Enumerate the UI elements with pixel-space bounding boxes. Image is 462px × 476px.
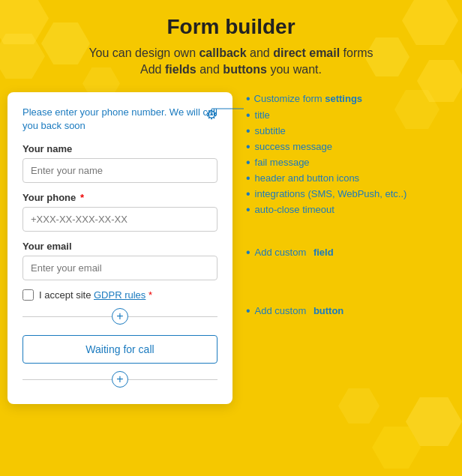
page-subtitle: You can design own callback and direct e… [8, 45, 454, 79]
gdpr-checkbox[interactable] [22, 289, 34, 301]
phone-field-group: Your phone * [22, 192, 218, 232]
page-header: Form builder You can design own callback… [8, 15, 454, 79]
annotations-panel: • Customize form settings title subtitle… [232, 92, 454, 318]
add-field-button[interactable]: + [112, 308, 128, 325]
settings-item-title: title [246, 109, 454, 121]
gdpr-label: I accept site GDPR rules * [39, 289, 152, 301]
settings-item-integrations: integrations (SMS, WebPush, etc..) [246, 188, 454, 200]
email-label: Your email [22, 241, 218, 252]
settings-item-subtitle: subtitle [246, 125, 454, 137]
phone-required-mark: * [80, 192, 84, 203]
submit-button[interactable]: Waiting for call [22, 335, 218, 364]
gdpr-row: I accept site GDPR rules * [22, 289, 218, 301]
phone-input[interactable] [22, 207, 218, 232]
settings-list: title subtitle success message fail mess… [246, 109, 454, 216]
add-button-line-right [128, 379, 218, 380]
add-field-annotation-label: Add custom field [246, 246, 454, 259]
name-input[interactable] [22, 158, 218, 183]
name-field-group: Your name [22, 143, 218, 183]
email-field-group: Your email [22, 241, 218, 280]
add-button-annotation: Add custom button [246, 304, 454, 318]
add-button-row[interactable]: + [22, 371, 218, 388]
settings-item-fail: fail message [246, 157, 454, 169]
settings-annotation: • Customize form settings title subtitle… [246, 92, 454, 216]
add-button-line-left [22, 379, 112, 380]
form-subtitle: Please enter your phone number. We will … [22, 106, 218, 133]
form-card: Please enter your phone number. We will … [8, 92, 232, 404]
gdpr-required-mark: * [148, 289, 152, 301]
add-field-line-left [22, 316, 112, 317]
settings-item-icons: header and button icons [246, 172, 454, 184]
settings-item-success: success message [246, 141, 454, 153]
page-title: Form builder [8, 15, 454, 39]
add-button-annotation-label: Add custom button [246, 304, 454, 318]
add-field-row[interactable]: + [22, 308, 218, 325]
add-field-line-right [128, 316, 218, 317]
add-field-annotation: Add custom field [246, 246, 454, 259]
settings-icon[interactable]: ⚙ [206, 106, 218, 124]
settings-item-timeout: auto-close timeout [246, 204, 454, 216]
gdpr-link[interactable]: GDPR rules [94, 289, 146, 301]
add-button-button[interactable]: + [112, 371, 128, 388]
email-input[interactable] [22, 256, 218, 280]
phone-label: Your phone * [22, 192, 218, 203]
name-label: Your name [22, 143, 218, 154]
settings-annotation-label: Customize form settings [254, 93, 362, 104]
